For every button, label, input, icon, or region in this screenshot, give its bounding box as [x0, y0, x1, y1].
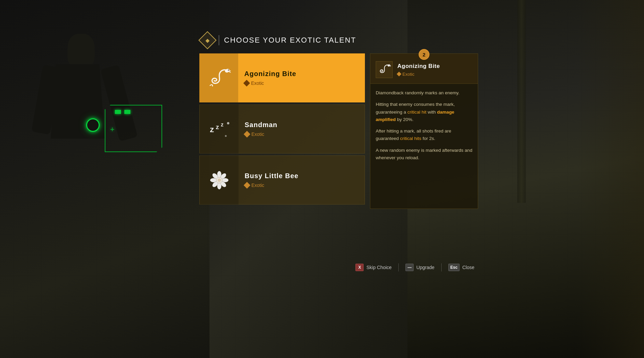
page-title: Choose your Exotic Talent [224, 36, 356, 45]
skip-label: Skip Choice [366, 265, 392, 270]
skip-choice-button[interactable]: X Skip Choice [350, 261, 397, 274]
detail-snake-icon [377, 64, 391, 76]
detail-line3: After hitting a mark, all shots fired ar… [376, 127, 472, 143]
hud-dots [115, 110, 130, 114]
svg-text:z: z [210, 124, 214, 134]
talent-name-bee: Busy Little Bee [245, 172, 358, 180]
svg-point-10 [210, 178, 216, 182]
detail-crit2: critical hits [400, 136, 421, 141]
talent-name-agonizing: Agonizing Bite [244, 70, 359, 78]
svg-point-19 [389, 65, 390, 66]
svg-point-1 [228, 70, 229, 71]
pipe-decoration [517, 0, 526, 203]
header-divider [219, 35, 219, 45]
detail-icon-box [376, 61, 393, 78]
svg-point-11 [222, 178, 228, 182]
exotic-icon: ◆ [198, 31, 217, 49]
detail-title-block: Agonizing Bite Exotic [397, 63, 440, 77]
svg-text:z: z [221, 122, 223, 127]
detail-line1: Diamondback randomly marks an enemy. [376, 89, 472, 97]
svg-point-5 [227, 122, 229, 124]
rarity-label-sandman: Exotic [251, 132, 264, 137]
detail-rarity: Exotic [397, 72, 440, 77]
upgrade-label: Upgrade [416, 265, 435, 270]
diamond-icon: ◆ [205, 37, 209, 44]
hud-cross-icon: + [110, 125, 115, 134]
rarity-diamond-sandman-icon [244, 131, 250, 138]
talent-info-sandman: Sandman Exotic [239, 121, 365, 137]
talent-list: Agonizing Bite Exotic z z z [199, 53, 365, 205]
talent-item-busy-bee[interactable]: Busy Little Bee Exotic [199, 156, 365, 205]
panel-header: ◆ Choose your Exotic Talent [199, 34, 480, 47]
right-wall [576, 0, 644, 358]
btn-divider-2 [441, 263, 442, 271]
detail-diamond-icon [397, 72, 401, 76]
hud-dot [124, 110, 130, 114]
soldier-head [68, 34, 95, 68]
detail-line2-post: by 20%. [396, 117, 414, 122]
detail-rarity-label: Exotic [402, 72, 414, 77]
upgrade-button[interactable]: — Upgrade [400, 261, 440, 274]
rarity-label-agonizing: Exotic [251, 80, 264, 86]
svg-point-17 [217, 178, 221, 182]
detail-line2-mid: with [426, 110, 437, 115]
talent-icon-box-agonizing [199, 53, 238, 102]
character-silhouette: + [10, 14, 179, 318]
svg-point-8 [217, 171, 221, 177]
talent-item-agonizing-bite[interactable]: Agonizing Bite Exotic [199, 53, 365, 102]
detail-title: Agonizing Bite [397, 63, 440, 70]
zzz-icon: z z z [207, 117, 231, 141]
ui-overlay: ◆ Choose your Exotic Talent [199, 34, 480, 287]
detail-crit1: critical hit [407, 110, 426, 115]
talent-info-agonizing: Agonizing Bite Exotic [238, 70, 365, 86]
rarity-label-bee: Exotic [251, 183, 264, 188]
detail-line3-post: for 2s. [421, 136, 435, 141]
detail-line4: A new random enemy is marked afterwards … [376, 147, 472, 162]
detail-line2: Hitting that enemy consumes the mark, gu… [376, 101, 472, 123]
talent-icon-box-sandman: z z z [200, 104, 239, 153]
svg-point-18 [387, 64, 391, 67]
talent-info-bee: Busy Little Bee Exotic [239, 172, 365, 188]
close-button[interactable]: Esc Close [443, 261, 480, 274]
talent-item-sandman[interactable]: z z z Sandman Exotic [199, 104, 365, 153]
detail-body: Diamondback randomly marks an enemy. Hit… [370, 84, 478, 167]
svg-point-0 [224, 68, 230, 73]
green-ring-icon [86, 118, 100, 132]
hud-dot [115, 110, 121, 114]
btn-divider-1 [398, 263, 399, 271]
upgrade-key: — [405, 264, 414, 271]
soldier-body [44, 34, 118, 270]
talent-rarity-sandman: Exotic [245, 132, 358, 137]
talent-icon-box-bee [200, 156, 239, 205]
detail-badge: 2 [419, 49, 429, 60]
talent-name-sandman: Sandman [245, 121, 358, 129]
snake-icon [207, 66, 231, 90]
bottom-bar: X Skip Choice — Upgrade Esc Close [350, 261, 480, 274]
svg-text:z: z [216, 123, 219, 130]
bee-icon [207, 168, 231, 192]
talent-rarity-bee: Exotic [245, 183, 358, 188]
skip-key: X [355, 264, 364, 271]
talent-rarity-agonizing: Exotic [244, 80, 359, 86]
detail-panel: 2 Agonizing Bite Exotic [370, 53, 478, 209]
close-key: Esc [448, 264, 460, 271]
rarity-diamond-bee-icon [244, 182, 250, 189]
close-label: Close [462, 265, 474, 270]
svg-point-6 [225, 135, 226, 137]
svg-point-9 [217, 183, 221, 189]
rarity-diamond-icon [243, 80, 250, 87]
